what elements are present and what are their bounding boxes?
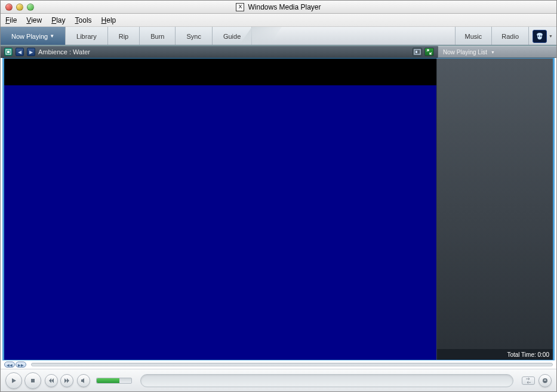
- chevron-down-icon[interactable]: ▼: [50, 33, 54, 39]
- online-store-button[interactable]: ▼: [528, 27, 556, 45]
- menubar: File View Play Tools Help: [1, 14, 556, 27]
- video-area[interactable]: [4, 58, 436, 360]
- main-content: Total Time: 0:00: [2, 58, 555, 360]
- tab-label: Radio: [501, 33, 519, 40]
- tab-rip[interactable]: Rip: [108, 27, 140, 45]
- zoom-window-button[interactable]: [27, 4, 34, 11]
- infobar: ◀ ▶ Ambience : Water: [1, 46, 438, 58]
- tab-burn[interactable]: Burn: [140, 27, 176, 45]
- tab-label: Sync: [186, 33, 201, 40]
- playlist-header-dropdown[interactable]: Now Playing List ▼: [438, 46, 556, 58]
- seek-rewind-button[interactable]: ◀◀: [4, 362, 15, 368]
- x11-icon: X: [236, 3, 244, 11]
- tab-label: Library: [76, 33, 97, 40]
- tab-label: Burn: [150, 33, 164, 40]
- title-wrap: X Windows Media Player: [1, 3, 556, 11]
- status-well: [140, 374, 513, 387]
- app-window: X Windows Media Player File View Play To…: [0, 0, 557, 392]
- video-letterbox-top: [4, 58, 436, 85]
- tab-label: Music: [465, 33, 482, 40]
- next-button[interactable]: [60, 374, 73, 387]
- previous-button[interactable]: [45, 374, 58, 387]
- rewind-seek-pair: ◀◀ ▶▶: [4, 362, 26, 368]
- mute-button[interactable]: [77, 374, 90, 387]
- menu-tools[interactable]: Tools: [75, 16, 92, 24]
- close-window-button[interactable]: [5, 4, 13, 11]
- tab-label: Rip: [119, 33, 129, 40]
- view-fullscreen-icon[interactable]: [413, 48, 422, 56]
- playlist-footer: Total Time: 0:00: [437, 349, 553, 360]
- tab-library[interactable]: Library: [66, 27, 108, 45]
- tab-gap: [252, 27, 454, 45]
- nav-forward-button[interactable]: ▶: [27, 48, 35, 56]
- playlist-pane: Total Time: 0:00: [436, 58, 553, 360]
- play-button[interactable]: [5, 372, 22, 389]
- track-title: Ambience : Water: [38, 48, 90, 55]
- napster-icon: [533, 30, 547, 43]
- chevron-down-icon: ▼: [491, 50, 495, 54]
- window-title: Windows Media Player: [248, 3, 321, 11]
- menu-play[interactable]: Play: [51, 16, 65, 24]
- tabbar: Now Playing ▼ Library Rip Burn Sync Guid…: [1, 27, 556, 46]
- titlebar: X Windows Media Player: [1, 1, 556, 14]
- info-row: ◀ ▶ Ambience : Water Now Playing List ▼: [1, 46, 556, 58]
- nav-back-button[interactable]: ◀: [16, 48, 24, 56]
- switch-to-skin-mode-button[interactable]: [538, 374, 552, 387]
- chevron-down-icon[interactable]: ▼: [549, 34, 553, 38]
- total-time-value: 0:00: [538, 351, 549, 358]
- tab-label: Now Playing: [11, 33, 48, 40]
- tab-radio[interactable]: Radio: [491, 27, 528, 45]
- maximize-video-icon[interactable]: [424, 48, 434, 56]
- playlist-header-label: Now Playing List: [443, 49, 487, 55]
- volume-slider[interactable]: [96, 378, 132, 384]
- stop-button[interactable]: [24, 372, 41, 389]
- playback-controls: [1, 369, 556, 391]
- tab-label: Guide: [223, 33, 241, 40]
- total-time-label: Total Time:: [507, 351, 536, 358]
- svg-rect-4: [31, 379, 35, 382]
- volume-fill: [97, 378, 119, 383]
- seek-slider[interactable]: [31, 363, 553, 366]
- seekbar-row: ◀◀ ▶▶: [1, 360, 556, 369]
- svg-rect-1: [7, 51, 10, 53]
- visualization-menu-icon[interactable]: [4, 48, 13, 56]
- menu-view[interactable]: View: [26, 16, 42, 24]
- svg-rect-3: [416, 51, 417, 53]
- menu-file[interactable]: File: [5, 16, 17, 24]
- minimize-window-button[interactable]: [16, 4, 23, 11]
- traffic-lights: [5, 4, 34, 11]
- tab-music[interactable]: Music: [455, 27, 492, 45]
- visualization-canvas: [4, 85, 436, 360]
- playlist-body[interactable]: [437, 58, 553, 349]
- tab-sync[interactable]: Sync: [176, 27, 212, 45]
- seek-forward-button[interactable]: ▶▶: [16, 362, 26, 368]
- menu-help[interactable]: Help: [101, 16, 116, 24]
- tab-now-playing[interactable]: Now Playing ▼: [1, 27, 66, 45]
- shuffle-repeat-icon[interactable]: [522, 376, 535, 385]
